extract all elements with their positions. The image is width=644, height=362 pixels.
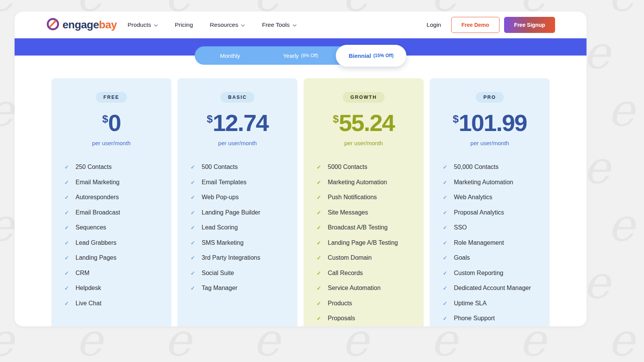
check-icon: ✓ [443, 314, 449, 323]
feature-label: Proposals [328, 314, 355, 323]
feature-label: Broadcast A/B Testing [328, 223, 388, 232]
check-icon: ✓ [443, 239, 449, 247]
check-icon: ✓ [191, 209, 197, 217]
currency-symbol: $ [102, 114, 108, 124]
check-icon: ✓ [64, 224, 71, 232]
main-nav: Products Pricing Resources Free Tools [128, 21, 297, 28]
feature-item: ✓ Role Management [443, 239, 538, 247]
feature-label: Site Messages [328, 208, 368, 217]
check-icon: ✓ [191, 224, 197, 232]
feature-label: Web Pop-ups [202, 193, 239, 201]
free-signup-button[interactable]: Free Signup [504, 17, 555, 33]
feature-item: ✓ Lead Scoring [191, 223, 286, 232]
price-value: 12.74 [213, 111, 268, 135]
login-link[interactable]: Login [427, 21, 441, 28]
nav-item-label: Products [128, 21, 151, 28]
billing-option-discount: (15% Off) [373, 53, 394, 58]
check-icon: ✓ [191, 269, 197, 278]
feature-label: Call Records [328, 269, 363, 277]
nav-item-products[interactable]: Products [128, 21, 158, 28]
check-icon: ✓ [64, 179, 71, 187]
feature-label: Social Suite [202, 269, 234, 277]
billing-toggle: Monthly Yearly (8% Off) Biennial (15% Of… [195, 46, 406, 65]
plan-header: GROWTH $ 55.24 per user/month [315, 92, 412, 147]
feature-label: Landing Page A/B Testing [328, 239, 398, 247]
chevron-down-icon [292, 24, 297, 27]
billing-option-label: Yearly [283, 52, 299, 59]
feature-label: SSO [454, 223, 467, 232]
feature-label: 500 Contacts [202, 163, 238, 171]
plan-price: $ 0 [63, 111, 160, 135]
plan-name-badge: GROWTH [343, 92, 384, 103]
nav-item-free-tools[interactable]: Free Tools [262, 21, 296, 28]
check-icon: ✓ [443, 269, 449, 278]
feature-label: Push Notifications [328, 193, 377, 201]
feature-label: CRM [76, 269, 89, 277]
check-icon: ✓ [64, 209, 71, 217]
feature-label: Products [328, 299, 352, 308]
check-icon: ✓ [317, 179, 323, 187]
billing-option-yearly[interactable]: Yearly (8% Off) [265, 46, 336, 65]
feature-label: Role Management [454, 239, 504, 247]
feature-label: Sequences [76, 223, 106, 232]
check-icon: ✓ [64, 254, 71, 262]
billing-option-label: Monthly [220, 52, 240, 59]
feature-item: ✓ CRM [64, 269, 160, 278]
feature-item: ✓ 500 Contacts [191, 163, 286, 172]
feature-item: ✓ Tag Manager [191, 284, 286, 293]
main-container: engagebay Products Pricing Resources Fre… [15, 11, 586, 326]
check-icon: ✓ [443, 209, 449, 217]
feature-item: ✓ 250 Contacts [64, 163, 160, 172]
feature-label: Lead Grabbers [76, 239, 117, 247]
feature-item: ✓ 3rd Party Integrations [191, 254, 286, 262]
feature-label: Uptime SLA [454, 299, 486, 308]
feature-label: 250 Contacts [76, 163, 112, 171]
feature-label: Live Chat [76, 299, 102, 308]
nav-item-resources[interactable]: Resources [210, 21, 245, 28]
check-icon: ✓ [443, 193, 449, 202]
feature-label: Custom Domain [328, 254, 372, 262]
plan-header: FREE $ 0 per user/month [63, 92, 160, 147]
billing-option-biennial[interactable]: Biennial (15% Off) [336, 45, 406, 67]
feature-item: ✓ Marketing Automation [317, 178, 412, 187]
check-icon: ✓ [317, 314, 323, 323]
free-demo-button[interactable]: Free Demo [451, 17, 499, 33]
plan-price: $ 12.74 [189, 111, 286, 135]
price-value: 101.99 [458, 111, 527, 135]
feature-item: ✓ Proposal Analytics [443, 208, 538, 217]
check-icon: ✓ [317, 269, 323, 278]
feature-item: ✓ Call Records [317, 269, 412, 278]
feature-label: Landing Page Builder [202, 208, 260, 217]
feature-item: ✓ Landing Page A/B Testing [317, 239, 412, 247]
check-icon: ✓ [317, 163, 323, 172]
feature-item: ✓ Goals [443, 254, 538, 262]
nav-item-pricing[interactable]: Pricing [175, 21, 193, 28]
feature-label: Phone Support [454, 314, 495, 323]
plan-price: $ 55.24 [315, 111, 412, 135]
engagebay-logo[interactable]: engagebay [46, 17, 117, 33]
nav-item-label: Pricing [175, 21, 193, 28]
currency-symbol: $ [207, 114, 213, 124]
feature-item: ✓ Landing Pages [64, 254, 160, 262]
check-icon: ✓ [64, 239, 71, 247]
chevron-down-icon [241, 24, 245, 27]
plan-card-free: FREE $ 0 per user/month ✓ 250 Contacts ✓… [51, 78, 171, 326]
billing-option-discount: (8% Off) [301, 53, 318, 58]
check-icon: ✓ [191, 254, 197, 262]
feature-list: ✓ 50,000 Contacts ✓ Marketing Automation… [441, 163, 538, 323]
plan-name-badge: PRO [476, 92, 504, 103]
feature-item: ✓ Social Suite [191, 269, 286, 278]
price-value: 0 [108, 111, 120, 135]
engagebay-logo-icon [46, 17, 60, 33]
feature-item: ✓ Email Marketing [64, 178, 160, 187]
feature-label: 50,000 Contacts [454, 163, 499, 171]
chevron-down-icon [154, 24, 158, 27]
feature-item: ✓ 50,000 Contacts [443, 163, 538, 172]
feature-list: ✓ 5000 Contacts ✓ Marketing Automation ✓… [315, 163, 412, 323]
feature-item: ✓ Proposals [317, 314, 412, 323]
check-icon: ✓ [443, 179, 449, 187]
billing-option-monthly[interactable]: Monthly [195, 46, 265, 65]
check-icon: ✓ [443, 254, 449, 262]
logo-text-engage: engage [62, 19, 99, 31]
check-icon: ✓ [64, 193, 71, 202]
